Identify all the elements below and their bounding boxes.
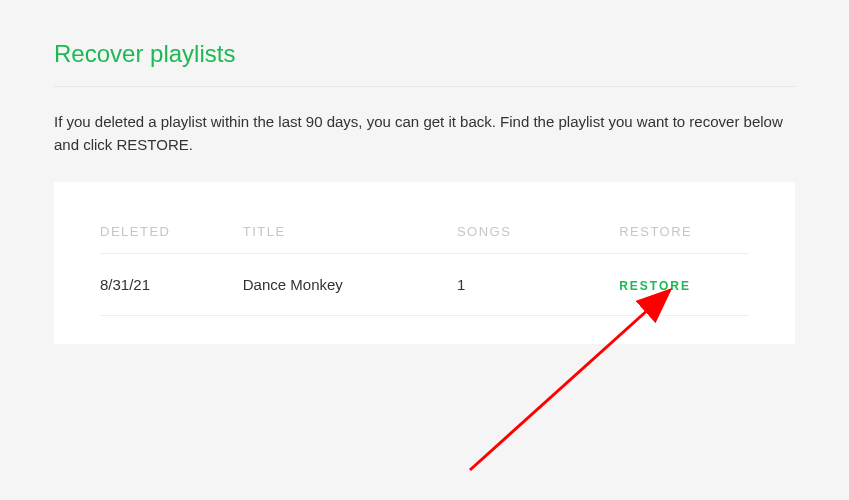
page-description: If you deleted a playlist within the las…: [54, 111, 795, 156]
table-header-deleted: DELETED: [100, 210, 243, 254]
page-title: Recover playlists: [54, 40, 795, 68]
cell-title: Dance Monkey: [243, 254, 457, 316]
divider: [54, 86, 795, 87]
restore-button[interactable]: RESTORE: [619, 279, 691, 293]
table-row: 8/31/21 Dance Monkey 1 RESTORE: [100, 254, 749, 316]
cell-songs: 1: [457, 254, 619, 316]
playlists-table: DELETED TITLE SONGS RESTORE 8/31/21 Danc…: [100, 210, 749, 316]
table-header-restore: RESTORE: [619, 210, 749, 254]
table-header-songs: SONGS: [457, 210, 619, 254]
playlists-card: DELETED TITLE SONGS RESTORE 8/31/21 Danc…: [54, 182, 795, 344]
cell-deleted: 8/31/21: [100, 254, 243, 316]
table-header-title: TITLE: [243, 210, 457, 254]
